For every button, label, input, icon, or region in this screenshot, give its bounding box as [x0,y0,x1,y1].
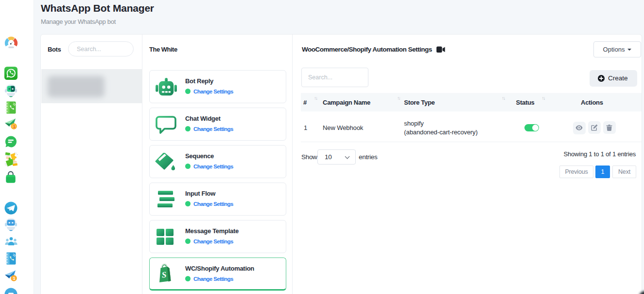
svg-text:1: 1 [13,124,16,129]
svg-text:1: 1 [13,276,16,281]
svg-text:S: S [161,270,167,280]
